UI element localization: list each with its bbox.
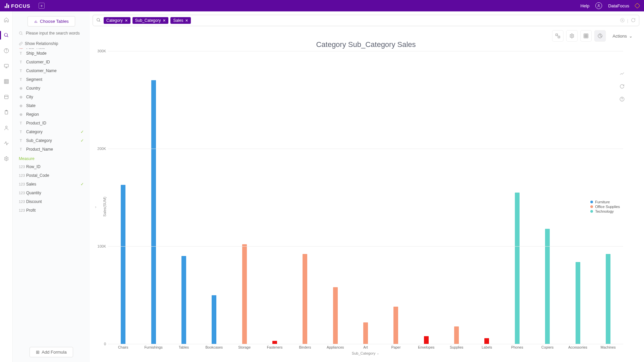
bar[interactable]	[303, 254, 307, 344]
field-item[interactable]: T Product_Name	[19, 145, 84, 154]
bar-column[interactable]	[290, 51, 320, 344]
bar-column[interactable]	[441, 51, 472, 344]
chip-remove-icon[interactable]: ✕	[163, 18, 166, 23]
nav-search[interactable]	[3, 32, 9, 38]
field-item[interactable]: 123 Quantity	[19, 189, 84, 197]
nav-present[interactable]	[3, 63, 9, 69]
bar-column[interactable]	[138, 51, 168, 344]
field-item[interactable]: ⊕ State	[19, 101, 84, 110]
field-item[interactable]: T Category ✓	[19, 127, 84, 136]
bar-column[interactable]	[108, 51, 138, 344]
nav-clipboard[interactable]	[3, 109, 9, 115]
line-chart-icon[interactable]	[620, 71, 625, 77]
bar[interactable]	[515, 193, 520, 344]
bar[interactable]	[212, 295, 216, 344]
field-item[interactable]: 123 Profit	[19, 206, 84, 215]
nav-settings[interactable]	[3, 156, 9, 162]
field-search[interactable]	[13, 31, 90, 36]
clear-query-button[interactable]: ⓧ	[620, 17, 625, 23]
add-tab-button[interactable]: ＋	[39, 3, 45, 9]
bar[interactable]	[424, 336, 429, 344]
field-item[interactable]: 123 Discount	[19, 197, 84, 206]
panel-collapse-handle[interactable]: ›	[95, 204, 96, 209]
chip-remove-icon[interactable]: ✕	[125, 18, 128, 23]
bar-column[interactable]	[562, 51, 593, 344]
axis-config-button[interactable]	[552, 30, 564, 42]
bar-column[interactable]	[411, 51, 441, 344]
chart-help-icon[interactable]	[620, 97, 625, 103]
x-axis-title[interactable]: Sub_Category ⌄	[108, 351, 623, 355]
chart-type-button[interactable]	[594, 30, 606, 42]
refresh-query-button[interactable]	[631, 18, 636, 23]
field-item[interactable]: T Customer_Name	[19, 66, 84, 75]
nav-table[interactable]	[3, 79, 9, 85]
bar-column[interactable]	[381, 51, 411, 344]
bar-column[interactable]	[260, 51, 290, 344]
bar[interactable]	[121, 185, 125, 344]
chip-remove-icon[interactable]: ✕	[185, 18, 188, 23]
user-name[interactable]: DataFocus	[608, 3, 629, 8]
field-item[interactable]: 123 Row_ID	[19, 162, 84, 171]
grid-view-button[interactable]	[580, 30, 592, 42]
measure-section-label: Measure	[19, 154, 84, 162]
bar-column[interactable]	[532, 51, 562, 344]
bar-column[interactable]	[169, 51, 199, 344]
legend-item[interactable]: Furniture	[590, 200, 620, 204]
svg-point-28	[571, 35, 573, 37]
bar[interactable]	[242, 244, 247, 344]
add-formula-button[interactable]: ⊞ Add Formula	[30, 347, 73, 357]
help-link[interactable]: Help	[580, 3, 589, 8]
bar-column[interactable]	[593, 51, 623, 344]
nav-help[interactable]	[3, 48, 9, 54]
settings-button[interactable]	[566, 30, 578, 42]
bar[interactable]	[393, 307, 398, 344]
bar[interactable]	[272, 341, 277, 344]
bar-column[interactable]	[199, 51, 229, 344]
user-avatar-icon[interactable]	[595, 2, 602, 9]
field-item[interactable]: T Customer_ID	[19, 58, 84, 66]
field-item[interactable]: 123 Postal_Code	[19, 171, 84, 180]
legend-item[interactable]: Office Supplies	[590, 205, 620, 209]
choose-tables-label: Choose Tables	[40, 19, 69, 24]
field-item[interactable]: 📅 Ship_Date	[19, 48, 84, 49]
bar[interactable]	[363, 322, 368, 344]
bar[interactable]	[181, 256, 186, 344]
field-item[interactable]: T Sub_Category ✓	[19, 136, 84, 145]
bar-column[interactable]	[472, 51, 502, 344]
chart-plot[interactable]	[108, 51, 623, 344]
legend-dot-icon	[590, 210, 593, 213]
actions-dropdown[interactable]: Actions ⌄	[608, 31, 637, 41]
field-item[interactable]: ⊕ Region	[19, 110, 84, 119]
legend-item[interactable]: Technology	[590, 209, 620, 213]
bar-column[interactable]	[502, 51, 532, 344]
bar[interactable]	[333, 287, 338, 344]
choose-tables-button[interactable]: Choose Tables	[28, 16, 75, 27]
field-search-input[interactable]	[25, 31, 84, 36]
query-chip[interactable]: Category✕	[104, 17, 130, 24]
field-item[interactable]: 123 Sales ✓	[19, 180, 84, 189]
refresh-chart-icon[interactable]	[620, 84, 625, 90]
query-bar[interactable]: Category✕Sub_Category✕Sales✕ ⓧ |	[93, 15, 639, 26]
bar[interactable]	[151, 80, 156, 344]
bar[interactable]	[606, 254, 610, 344]
field-item[interactable]: T Product_ID	[19, 119, 84, 127]
nav-archive[interactable]	[3, 94, 9, 100]
svg-point-1	[4, 33, 7, 36]
bar-column[interactable]	[229, 51, 259, 344]
bar[interactable]	[576, 262, 580, 344]
query-chip[interactable]: Sub_Category✕	[132, 17, 169, 24]
field-item[interactable]: ⊕ City	[19, 93, 84, 101]
nav-user[interactable]	[3, 125, 9, 131]
nav-activity[interactable]	[3, 140, 9, 146]
show-relationship-toggle[interactable]: Show Relationship	[13, 39, 90, 48]
bar[interactable]	[454, 326, 459, 344]
field-item[interactable]: T Ship_Mode	[19, 49, 84, 58]
field-item[interactable]: ⊕ Country	[19, 84, 84, 93]
bar-column[interactable]	[320, 51, 351, 344]
nav-home[interactable]	[3, 17, 9, 23]
query-chip[interactable]: Sales✕	[170, 17, 191, 24]
field-item[interactable]: T Segment	[19, 75, 84, 84]
app-header: FOCUS ＋ Help DataFocus	[0, 0, 644, 11]
bar-column[interactable]	[351, 51, 381, 344]
bar[interactable]	[484, 338, 489, 344]
